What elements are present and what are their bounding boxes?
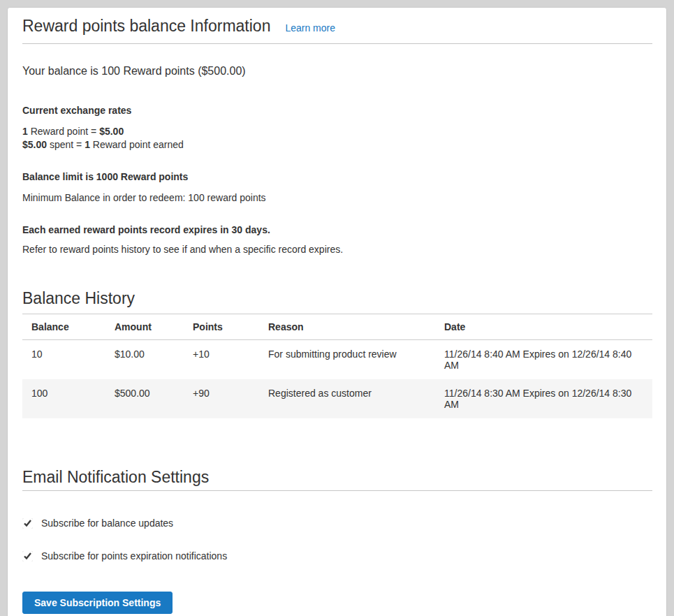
column-header-date: Date <box>435 314 652 340</box>
balance-summary: Your balance is 100 Reward points ($500.… <box>22 64 652 79</box>
amount-cell: $10.00 <box>105 340 184 380</box>
page-title: Reward points balance Information <box>22 16 270 36</box>
email-settings-title: Email Notification Settings <box>22 467 652 491</box>
checkbox-label: Subscribe for balance updates <box>41 517 173 530</box>
reward-points-card: Reward points balance Information Learn … <box>7 7 667 616</box>
panel-header: Reward points balance Information Learn … <box>22 16 652 44</box>
column-header-balance: Balance <box>22 314 105 340</box>
table-header-row: Balance Amount Points Reason Date <box>22 314 652 340</box>
balance-limit-notice: Balance limit is 1000 Reward points <box>22 170 652 183</box>
earn-rate-points: 1 <box>22 126 28 137</box>
spend-rate-points: 1 <box>85 139 90 150</box>
spend-rate-line: $5.00 spent = 1 Reward point earned <box>22 138 652 152</box>
spend-rate-amount: $5.00 <box>22 139 47 150</box>
earn-rate-amount: $5.00 <box>99 126 124 137</box>
balance-cell: 100 <box>22 379 105 418</box>
table-row: 100 $500.00 +90 Registered as customer 1… <box>22 379 652 418</box>
reason-cell: For submitting product review <box>259 340 435 380</box>
spend-rate-suffix: Reward point earned <box>90 139 184 150</box>
column-header-points: Points <box>184 314 259 340</box>
reason-cell: Registered as customer <box>259 379 435 418</box>
date-cell: 11/26/14 8:40 AM Expires on 12/26/14 8:4… <box>435 340 652 380</box>
spend-rate-middle: spent = <box>47 139 85 150</box>
minimum-balance-notice: Minimum Balance in order to redeem: 100 … <box>22 191 652 204</box>
earn-rate-middle: Reward point = <box>28 126 99 137</box>
balance-history-title: Balance History <box>22 288 652 308</box>
column-header-reason: Reason <box>259 314 435 340</box>
date-cell: 11/26/14 8:30 AM Expires on 12/26/14 8:3… <box>435 379 652 418</box>
points-cell: +90 <box>184 379 259 418</box>
checkbox-label: Subscribe for points expiration notifica… <box>41 550 227 563</box>
expiration-notice: Each earned reward points record expires… <box>22 223 652 236</box>
exchange-rates-lines: 1 Reward point = $5.00 $5.00 spent = 1 R… <box>22 125 652 152</box>
earn-rate-line: 1 Reward point = $5.00 <box>22 125 652 138</box>
subscription-option: Subscribe for balance updates <box>22 517 652 530</box>
save-subscription-button[interactable]: Save Subscription Settings <box>22 592 173 614</box>
table-row: 10 $10.00 +10 For submitting product rev… <box>22 340 652 380</box>
subscription-option: Subscribe for points expiration notifica… <box>22 550 652 563</box>
learn-more-link[interactable]: Learn more <box>285 22 335 34</box>
exchange-rates-heading: Current exchange rates <box>22 104 652 117</box>
amount-cell: $500.00 <box>105 379 184 418</box>
column-header-amount: Amount <box>105 314 184 340</box>
balance-updates-checkbox[interactable] <box>22 518 33 529</box>
points-cell: +10 <box>184 340 259 380</box>
balance-history-table: Balance Amount Points Reason Date 10 $10… <box>22 314 652 418</box>
expiration-notifications-checkbox[interactable] <box>22 551 33 562</box>
balance-cell: 10 <box>22 340 105 380</box>
expiration-hint: Refer to reward points history to see if… <box>22 243 652 256</box>
